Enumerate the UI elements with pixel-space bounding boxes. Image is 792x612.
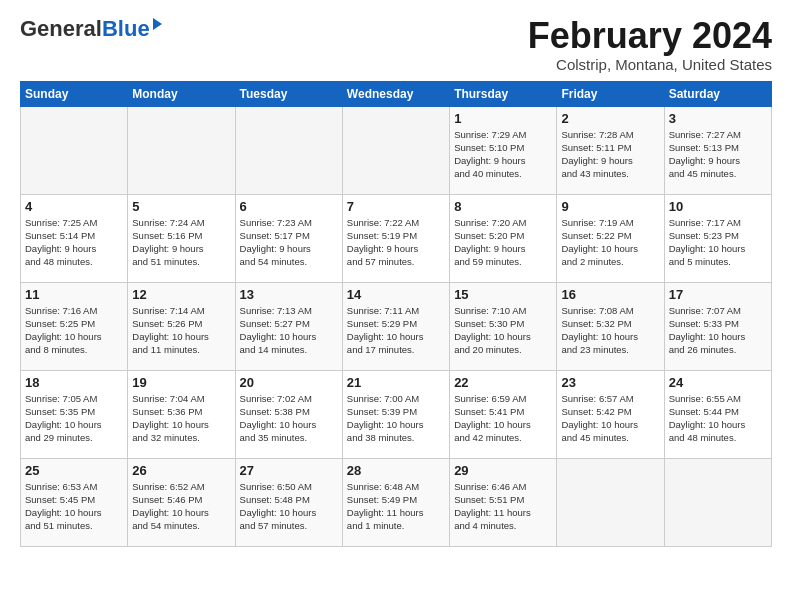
- day-info: Sunrise: 7:10 AM Sunset: 5:30 PM Dayligh…: [454, 304, 552, 357]
- day-number: 29: [454, 463, 552, 478]
- day-info: Sunrise: 6:55 AM Sunset: 5:44 PM Dayligh…: [669, 392, 767, 445]
- col-sunday: Sunday: [21, 81, 128, 106]
- day-info: Sunrise: 7:25 AM Sunset: 5:14 PM Dayligh…: [25, 216, 123, 269]
- logo-flag-icon: [153, 18, 162, 30]
- calendar-body: 1Sunrise: 7:29 AM Sunset: 5:10 PM Daylig…: [21, 106, 772, 546]
- calendar-cell: [557, 458, 664, 546]
- calendar-cell: 1Sunrise: 7:29 AM Sunset: 5:10 PM Daylig…: [450, 106, 557, 194]
- title-section: February 2024 Colstrip, Montana, United …: [528, 16, 772, 73]
- day-number: 28: [347, 463, 445, 478]
- day-number: 20: [240, 375, 338, 390]
- calendar-week-4: 18Sunrise: 7:05 AM Sunset: 5:35 PM Dayli…: [21, 370, 772, 458]
- calendar-cell: 16Sunrise: 7:08 AM Sunset: 5:32 PM Dayli…: [557, 282, 664, 370]
- calendar-cell: [235, 106, 342, 194]
- day-info: Sunrise: 7:04 AM Sunset: 5:36 PM Dayligh…: [132, 392, 230, 445]
- location: Colstrip, Montana, United States: [528, 56, 772, 73]
- day-number: 12: [132, 287, 230, 302]
- day-info: Sunrise: 6:53 AM Sunset: 5:45 PM Dayligh…: [25, 480, 123, 533]
- calendar-cell: 7Sunrise: 7:22 AM Sunset: 5:19 PM Daylig…: [342, 194, 449, 282]
- day-info: Sunrise: 7:07 AM Sunset: 5:33 PM Dayligh…: [669, 304, 767, 357]
- day-number: 16: [561, 287, 659, 302]
- day-info: Sunrise: 7:28 AM Sunset: 5:11 PM Dayligh…: [561, 128, 659, 181]
- col-monday: Monday: [128, 81, 235, 106]
- day-number: 27: [240, 463, 338, 478]
- calendar-week-3: 11Sunrise: 7:16 AM Sunset: 5:25 PM Dayli…: [21, 282, 772, 370]
- calendar-cell: [21, 106, 128, 194]
- day-number: 26: [132, 463, 230, 478]
- day-number: 9: [561, 199, 659, 214]
- day-number: 19: [132, 375, 230, 390]
- calendar-cell: 28Sunrise: 6:48 AM Sunset: 5:49 PM Dayli…: [342, 458, 449, 546]
- calendar-cell: 15Sunrise: 7:10 AM Sunset: 5:30 PM Dayli…: [450, 282, 557, 370]
- day-info: Sunrise: 7:13 AM Sunset: 5:27 PM Dayligh…: [240, 304, 338, 357]
- day-number: 17: [669, 287, 767, 302]
- day-number: 4: [25, 199, 123, 214]
- calendar-week-1: 1Sunrise: 7:29 AM Sunset: 5:10 PM Daylig…: [21, 106, 772, 194]
- day-number: 11: [25, 287, 123, 302]
- day-number: 8: [454, 199, 552, 214]
- col-friday: Friday: [557, 81, 664, 106]
- calendar-cell: 18Sunrise: 7:05 AM Sunset: 5:35 PM Dayli…: [21, 370, 128, 458]
- day-info: Sunrise: 7:22 AM Sunset: 5:19 PM Dayligh…: [347, 216, 445, 269]
- logo-general: General: [20, 16, 102, 41]
- day-info: Sunrise: 6:57 AM Sunset: 5:42 PM Dayligh…: [561, 392, 659, 445]
- calendar-cell: 29Sunrise: 6:46 AM Sunset: 5:51 PM Dayli…: [450, 458, 557, 546]
- header-row: Sunday Monday Tuesday Wednesday Thursday…: [21, 81, 772, 106]
- logo-wrapper: GeneralBlue: [20, 16, 150, 42]
- day-info: Sunrise: 7:29 AM Sunset: 5:10 PM Dayligh…: [454, 128, 552, 181]
- day-number: 18: [25, 375, 123, 390]
- calendar-cell: 3Sunrise: 7:27 AM Sunset: 5:13 PM Daylig…: [664, 106, 771, 194]
- day-info: Sunrise: 7:27 AM Sunset: 5:13 PM Dayligh…: [669, 128, 767, 181]
- calendar-cell: 26Sunrise: 6:52 AM Sunset: 5:46 PM Dayli…: [128, 458, 235, 546]
- calendar-cell: 21Sunrise: 7:00 AM Sunset: 5:39 PM Dayli…: [342, 370, 449, 458]
- calendar-cell: [128, 106, 235, 194]
- calendar-cell: 14Sunrise: 7:11 AM Sunset: 5:29 PM Dayli…: [342, 282, 449, 370]
- day-number: 13: [240, 287, 338, 302]
- day-info: Sunrise: 6:52 AM Sunset: 5:46 PM Dayligh…: [132, 480, 230, 533]
- day-info: Sunrise: 7:17 AM Sunset: 5:23 PM Dayligh…: [669, 216, 767, 269]
- day-info: Sunrise: 7:19 AM Sunset: 5:22 PM Dayligh…: [561, 216, 659, 269]
- calendar-cell: 25Sunrise: 6:53 AM Sunset: 5:45 PM Dayli…: [21, 458, 128, 546]
- day-number: 24: [669, 375, 767, 390]
- calendar-cell: 6Sunrise: 7:23 AM Sunset: 5:17 PM Daylig…: [235, 194, 342, 282]
- calendar-cell: 2Sunrise: 7:28 AM Sunset: 5:11 PM Daylig…: [557, 106, 664, 194]
- calendar-cell: 24Sunrise: 6:55 AM Sunset: 5:44 PM Dayli…: [664, 370, 771, 458]
- day-info: Sunrise: 7:16 AM Sunset: 5:25 PM Dayligh…: [25, 304, 123, 357]
- day-info: Sunrise: 7:14 AM Sunset: 5:26 PM Dayligh…: [132, 304, 230, 357]
- calendar-cell: 9Sunrise: 7:19 AM Sunset: 5:22 PM Daylig…: [557, 194, 664, 282]
- calendar-cell: 20Sunrise: 7:02 AM Sunset: 5:38 PM Dayli…: [235, 370, 342, 458]
- day-info: Sunrise: 7:24 AM Sunset: 5:16 PM Dayligh…: [132, 216, 230, 269]
- day-number: 21: [347, 375, 445, 390]
- logo: GeneralBlue: [20, 16, 150, 42]
- day-info: Sunrise: 7:23 AM Sunset: 5:17 PM Dayligh…: [240, 216, 338, 269]
- day-number: 1: [454, 111, 552, 126]
- calendar-cell: 13Sunrise: 7:13 AM Sunset: 5:27 PM Dayli…: [235, 282, 342, 370]
- calendar-cell: [664, 458, 771, 546]
- day-number: 25: [25, 463, 123, 478]
- logo-text: GeneralBlue: [20, 16, 150, 41]
- day-info: Sunrise: 7:00 AM Sunset: 5:39 PM Dayligh…: [347, 392, 445, 445]
- day-number: 23: [561, 375, 659, 390]
- day-info: Sunrise: 6:46 AM Sunset: 5:51 PM Dayligh…: [454, 480, 552, 533]
- day-number: 14: [347, 287, 445, 302]
- header: GeneralBlue February 2024 Colstrip, Mont…: [20, 16, 772, 73]
- calendar-table: Sunday Monday Tuesday Wednesday Thursday…: [20, 81, 772, 547]
- calendar-header: Sunday Monday Tuesday Wednesday Thursday…: [21, 81, 772, 106]
- day-number: 10: [669, 199, 767, 214]
- day-number: 6: [240, 199, 338, 214]
- calendar-cell: 5Sunrise: 7:24 AM Sunset: 5:16 PM Daylig…: [128, 194, 235, 282]
- month-title: February 2024: [528, 16, 772, 56]
- day-number: 22: [454, 375, 552, 390]
- calendar-cell: [342, 106, 449, 194]
- logo-blue: Blue: [102, 16, 150, 41]
- day-number: 5: [132, 199, 230, 214]
- day-number: 7: [347, 199, 445, 214]
- calendar-cell: 23Sunrise: 6:57 AM Sunset: 5:42 PM Dayli…: [557, 370, 664, 458]
- calendar-week-5: 25Sunrise: 6:53 AM Sunset: 5:45 PM Dayli…: [21, 458, 772, 546]
- col-wednesday: Wednesday: [342, 81, 449, 106]
- day-number: 2: [561, 111, 659, 126]
- col-thursday: Thursday: [450, 81, 557, 106]
- calendar-cell: 19Sunrise: 7:04 AM Sunset: 5:36 PM Dayli…: [128, 370, 235, 458]
- calendar-cell: 12Sunrise: 7:14 AM Sunset: 5:26 PM Dayli…: [128, 282, 235, 370]
- day-info: Sunrise: 6:59 AM Sunset: 5:41 PM Dayligh…: [454, 392, 552, 445]
